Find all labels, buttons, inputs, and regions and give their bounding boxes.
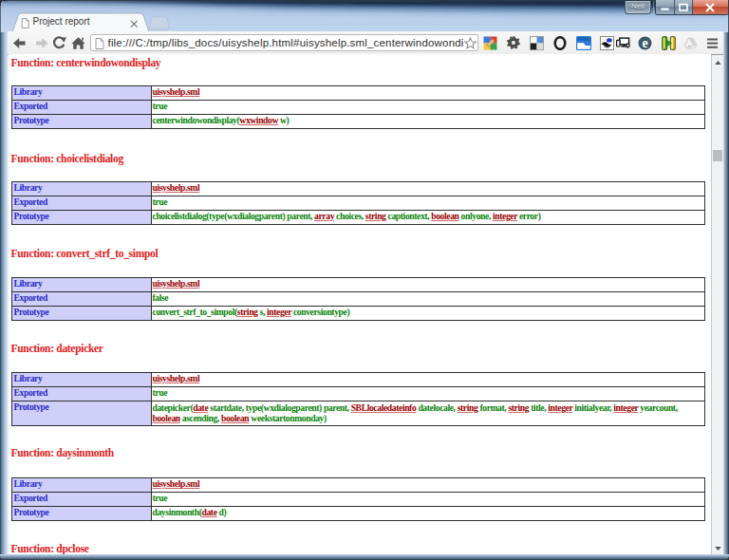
svg-text:e: e	[642, 36, 647, 50]
